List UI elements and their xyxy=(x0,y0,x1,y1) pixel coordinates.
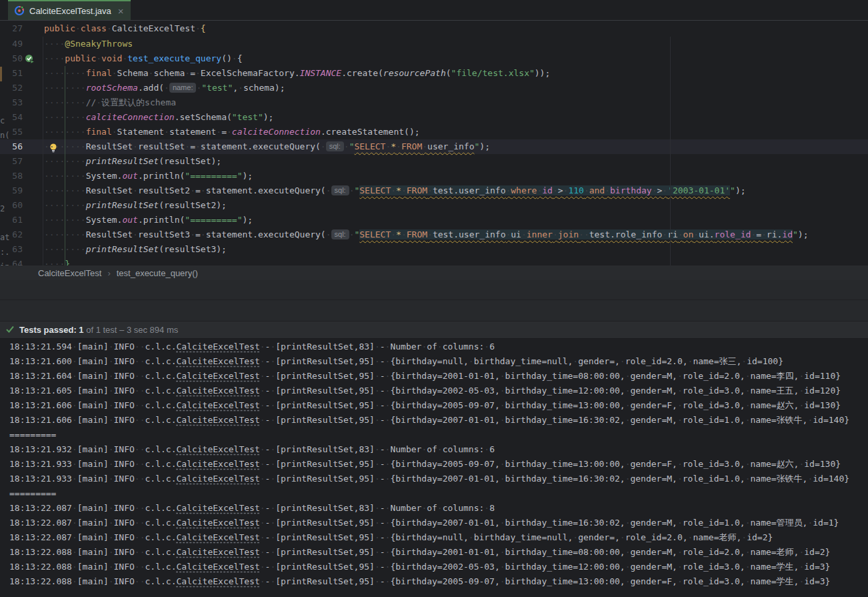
test-status-detail: of 1 test – 3 sec 894 ms xyxy=(84,325,179,335)
line-number: 49 xyxy=(0,37,23,51)
console-log-line: 18:13:22.088·[main]·INFO··c.l.c.CalciteE… xyxy=(9,545,830,560)
console-class-link[interactable]: CalciteExcelTest xyxy=(176,342,259,352)
inlay-hint: sql: xyxy=(326,141,344,151)
code-line-49[interactable]: 49····@SneakyThrows xyxy=(0,37,868,51)
editor-code-area[interactable]: 49····@SneakyThrows50····public·void·tes… xyxy=(0,37,868,265)
console-class-link[interactable]: CalciteExcelTest xyxy=(176,474,259,484)
line-number: 52 xyxy=(0,81,23,95)
gutter-separator xyxy=(43,37,43,265)
console-log-line: 18:13:21.606·[main]·INFO··c.l.c.CalciteE… xyxy=(9,413,849,428)
code-text: public·class·CalciteExcelTest·{ xyxy=(44,21,206,37)
ide-window: CalciteExcelTest.java × 27 public·class·… xyxy=(0,0,868,597)
line-number: 27 xyxy=(0,21,23,37)
breadcrumb-item-method[interactable]: test_execute_query() xyxy=(117,268,198,278)
console-output[interactable]: 18:13:21.594·[main]·INFO··c.l.c.CalciteE… xyxy=(0,340,868,597)
console-log-line: 18:13:21.933·[main]·INFO··c.l.c.CalciteE… xyxy=(9,472,849,486)
run-toolwindow-toolbar xyxy=(0,300,868,321)
sql-injected-fragment: SELECT·*·FROM·test.user_info·ui·inner·jo… xyxy=(359,229,793,239)
breadcrumb-item-class[interactable]: CalciteExcelTest xyxy=(38,268,101,278)
line-number: 57 xyxy=(0,154,23,169)
console-log-line: 18:13:22.088·[main]·INFO··c.l.c.CalciteE… xyxy=(9,574,830,589)
line-number: 50 xyxy=(0,51,23,66)
code-text: ····} xyxy=(44,257,70,265)
console-separator-line: ========= xyxy=(9,428,56,442)
console-class-link[interactable]: CalciteExcelTest xyxy=(176,386,259,396)
inlay-hint: sql: xyxy=(331,229,349,239)
console-class-link[interactable]: CalciteExcelTest xyxy=(176,532,259,542)
clipped-text-fragment: n( xyxy=(0,128,9,143)
clipped-text-fragment: 2 xyxy=(0,201,5,216)
console-class-link[interactable]: CalciteExcelTest xyxy=(176,459,259,469)
console-log-line: 18:13:21.594·[main]·INFO··c.l.c.CalciteE… xyxy=(9,340,495,354)
code-text: ········final·Statement·statement·=·calc… xyxy=(44,125,420,139)
console-class-link[interactable]: CalciteExcelTest xyxy=(176,576,259,586)
console-log-line: 18:13:21.604·[main]·INFO··c.l.c.CalciteE… xyxy=(9,369,841,384)
junit-test-icon xyxy=(14,5,25,16)
sql-injected-fragment: SELECT·*·FROM·test.user_info·where·id·>·… xyxy=(359,185,730,195)
vcs-change-marker xyxy=(0,67,2,81)
editor-tab-bar: CalciteExcelTest.java × xyxy=(0,0,868,21)
code-line-54[interactable]: 54········calciteConnection.setSchema("t… xyxy=(0,110,868,125)
code-line-57[interactable]: 57········printResultSet(resultSet); xyxy=(0,154,868,169)
console-log-line: 18:13:21.600·[main]·INFO··c.l.c.CalciteE… xyxy=(9,354,783,369)
clipped-text-fragment: at xyxy=(0,230,9,245)
line-number: 51 xyxy=(0,66,23,81)
code-text: ····@SneakyThrows xyxy=(44,37,133,51)
tab-close-icon[interactable]: × xyxy=(118,6,124,16)
code-text: ····public·void·test_execute_query()·{ xyxy=(44,51,242,66)
code-line-64[interactable]: 64····} xyxy=(0,257,868,265)
code-line-51[interactable]: 51········final·Schema·schema·=·ExcelSch… xyxy=(0,66,868,81)
console-class-link[interactable]: CalciteExcelTest xyxy=(176,415,259,425)
console-log-line: 18:13:22.088·[main]·INFO··c.l.c.CalciteE… xyxy=(9,560,830,574)
console-log-line: 18:13:22.087·[main]·INFO··c.l.c.CalciteE… xyxy=(9,516,839,530)
code-text: ········calciteConnection.setSchema("tes… xyxy=(44,110,273,125)
code-line-50[interactable]: 50····public·void·test_execute_query()·{ xyxy=(0,51,868,66)
console-class-link[interactable]: CalciteExcelTest xyxy=(176,518,259,528)
code-line-55[interactable]: 55········final·Statement·statement·=·ca… xyxy=(0,125,868,139)
right-margin-guide xyxy=(670,37,671,265)
console-log-line: 18:13:22.087·[main]·INFO··c.l.c.CalciteE… xyxy=(9,501,495,516)
console-log-line: 18:13:22.087·[main]·INFO··c.l.c.CalciteE… xyxy=(9,530,773,545)
code-text: ········ResultSet·resultSet2·=·statement… xyxy=(44,183,746,198)
code-line-59[interactable]: 59········ResultSet·resultSet2·=·stateme… xyxy=(0,183,868,198)
run-toolwindow-header xyxy=(0,280,868,300)
code-text: ········printResultSet(resultSet3); xyxy=(44,242,227,257)
line-number: 58 xyxy=(0,169,23,183)
clipped-text-fragment: c xyxy=(0,113,5,128)
console-class-link[interactable]: CalciteExcelTest xyxy=(176,356,259,366)
chevron-right-icon: › xyxy=(107,268,110,278)
code-line-58[interactable]: 58········System.out.println("========="… xyxy=(0,169,868,183)
console-class-link[interactable]: CalciteExcelTest xyxy=(176,503,259,513)
test-status-bar: Tests passed: 1 of 1 test – 3 sec 894 ms xyxy=(0,321,868,339)
code-text: ········System.out.println("========="); xyxy=(44,213,253,227)
code-line-62[interactable]: 62········ResultSet·resultSet3·=·stateme… xyxy=(0,227,868,242)
code-line-56[interactable]: 56········ResultSet·resultSet·=·statemen… xyxy=(0,139,868,154)
test-passed-check-icon xyxy=(5,324,15,336)
code-line-61[interactable]: 61········System.out.println("========="… xyxy=(0,213,868,227)
code-line-63[interactable]: 63········printResultSet(resultSet3); xyxy=(0,242,868,257)
tab-title: CalciteExcelTest.java xyxy=(29,6,111,16)
console-class-link[interactable]: CalciteExcelTest xyxy=(176,562,259,572)
code-text: ········ResultSet·resultSet·=·statement.… xyxy=(44,139,490,154)
code-line-60[interactable]: 60········printResultSet(resultSet2); xyxy=(0,198,868,213)
breadcrumb: CalciteExcelTest › test_execute_query() xyxy=(0,265,868,280)
console-class-link[interactable]: CalciteExcelTest xyxy=(176,371,259,381)
test-passed-icon[interactable] xyxy=(25,54,35,65)
console-class-link[interactable]: CalciteExcelTest xyxy=(176,547,259,557)
code-text: ········final·Schema·schema·=·ExcelSchem… xyxy=(44,66,550,81)
editor-tab-calciteexceltest[interactable]: CalciteExcelTest.java × xyxy=(8,0,131,20)
console-log-line: 18:13:21.606·[main]·INFO··c.l.c.CalciteE… xyxy=(9,398,841,413)
line-number: 53 xyxy=(0,95,23,110)
code-text: ········System.out.println("========="); xyxy=(44,169,253,183)
line-number: 59 xyxy=(0,183,23,198)
console-log-line: 18:13:21.933·[main]·INFO··c.l.c.CalciteE… xyxy=(9,457,841,472)
console-class-link[interactable]: CalciteExcelTest xyxy=(176,400,259,410)
code-line-53[interactable]: 53········//·设置默认的schema xyxy=(0,95,868,110)
sticky-header-line[interactable]: 27 public·class·CalciteExcelTest·{ xyxy=(0,21,868,37)
console-class-link[interactable]: CalciteExcelTest xyxy=(176,444,259,454)
console-log-line: 18:13:21.605·[main]·INFO··c.l.c.CalciteE… xyxy=(9,384,841,398)
inlay-hint: name: xyxy=(169,83,197,93)
code-text: ········printResultSet(resultSet2); xyxy=(44,198,227,213)
code-line-52[interactable]: 52········rootSchema.add(·name:·"test",·… xyxy=(0,81,868,95)
test-status-text: Tests passed: 1 xyxy=(19,325,84,335)
